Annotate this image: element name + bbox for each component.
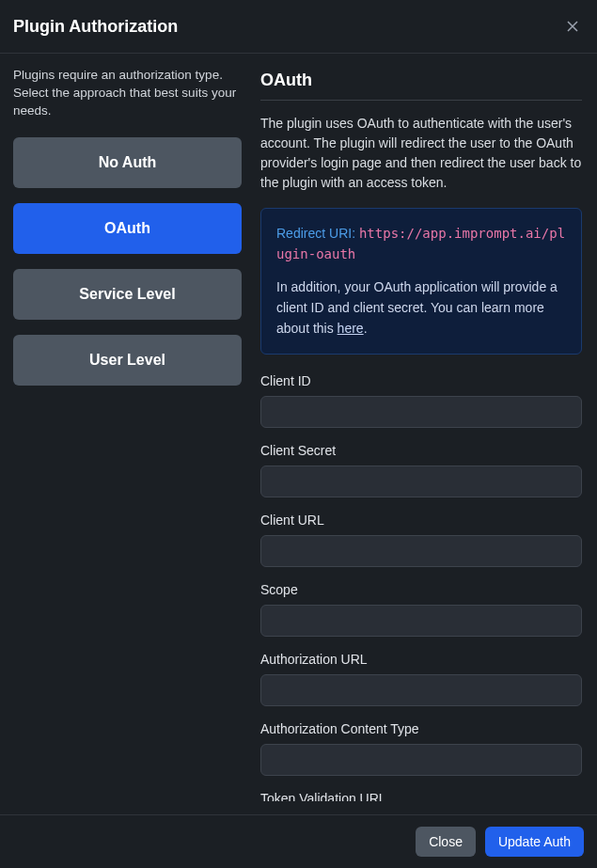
info-text-after: . bbox=[364, 321, 368, 336]
input-client-id[interactable] bbox=[260, 396, 582, 428]
input-client-url[interactable] bbox=[260, 535, 582, 567]
field-client-id: Client ID bbox=[260, 373, 582, 428]
info-box: Redirect URI: https://app.imprompt.ai/pl… bbox=[260, 208, 582, 355]
field-authorization-content-type: Authorization Content Type bbox=[260, 721, 582, 776]
field-client-url: Client URL bbox=[260, 513, 582, 567]
modal-footer: Close Update Auth bbox=[0, 814, 597, 868]
info-extra: In addition, your OAuth application will… bbox=[276, 277, 566, 339]
label-token-validation-url: Token Validation URL bbox=[260, 791, 582, 801]
redirect-uri-line: Redirect URI: https://app.imprompt.ai/pl… bbox=[276, 224, 566, 264]
label-client-url: Client URL bbox=[260, 513, 582, 528]
plugin-authorization-modal: Plugin Authorization Plugins require an … bbox=[0, 0, 597, 868]
close-icon-button[interactable] bbox=[561, 15, 584, 38]
section-title: OAuth bbox=[260, 71, 582, 101]
modal-header: Plugin Authorization bbox=[0, 0, 597, 54]
field-client-secret: Client Secret bbox=[260, 443, 582, 497]
label-client-id: Client ID bbox=[260, 373, 582, 388]
close-icon bbox=[565, 19, 580, 34]
input-scope[interactable] bbox=[260, 605, 582, 637]
input-authorization-url[interactable] bbox=[260, 674, 582, 706]
field-authorization-url: Authorization URL bbox=[260, 652, 582, 706]
label-scope: Scope bbox=[260, 582, 582, 597]
tab-oauth[interactable]: OAuth bbox=[13, 203, 242, 254]
learn-more-link[interactable]: here bbox=[338, 321, 364, 336]
input-authorization-content-type[interactable] bbox=[260, 744, 582, 776]
auth-type-tabs: No Auth OAuth Service Level User Level bbox=[13, 137, 242, 386]
label-client-secret: Client Secret bbox=[260, 443, 582, 458]
modal-title: Plugin Authorization bbox=[13, 17, 178, 37]
label-authorization-content-type: Authorization Content Type bbox=[260, 721, 582, 736]
modal-body: Plugins require an authorization type. S… bbox=[0, 54, 597, 814]
redirect-uri-label: Redirect URI: bbox=[276, 226, 355, 241]
label-authorization-url: Authorization URL bbox=[260, 652, 582, 667]
close-button[interactable]: Close bbox=[416, 827, 476, 857]
sidebar: Plugins require an authorization type. S… bbox=[13, 67, 242, 801]
info-text-before: In addition, your OAuth application will… bbox=[276, 279, 558, 335]
field-token-validation-url: Token Validation URL bbox=[260, 791, 582, 801]
input-client-secret[interactable] bbox=[260, 466, 582, 497]
sidebar-intro: Plugins require an authorization type. S… bbox=[13, 67, 242, 120]
tab-no-auth[interactable]: No Auth bbox=[13, 137, 242, 188]
update-auth-button[interactable]: Update Auth bbox=[485, 827, 584, 857]
tab-service-level[interactable]: Service Level bbox=[13, 269, 242, 320]
tab-user-level[interactable]: User Level bbox=[13, 335, 242, 386]
content-panel: OAuth The plugin uses OAuth to authentic… bbox=[260, 67, 584, 801]
field-scope: Scope bbox=[260, 582, 582, 637]
section-description: The plugin uses OAuth to authenticate wi… bbox=[260, 114, 582, 193]
